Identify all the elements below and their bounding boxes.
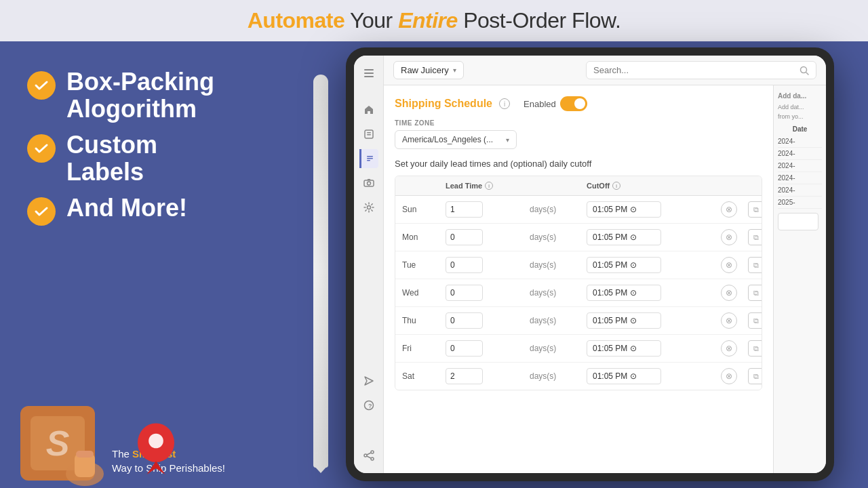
chevron-down-icon: ▾ bbox=[453, 66, 456, 74]
time-input[interactable]: 01:05 PM ⊙ bbox=[587, 257, 661, 273]
th-action1 bbox=[646, 182, 701, 190]
check-icon-3 bbox=[27, 197, 56, 226]
copy-icon[interactable]: ⧉ bbox=[748, 201, 762, 218]
time-input[interactable]: 01:05 PM ⊙ bbox=[587, 201, 661, 218]
sidebar-orders-icon[interactable] bbox=[359, 125, 378, 144]
table-row: Wed days(s) 01:05 PM ⊙ ⊗ ⧉ bbox=[395, 279, 762, 307]
time-value: 01:05 PM bbox=[593, 260, 627, 270]
th-lead-time: Lead Time i bbox=[446, 182, 527, 190]
search-bar[interactable] bbox=[586, 61, 816, 79]
check-icon-1 bbox=[27, 71, 56, 100]
svg-line-22 bbox=[367, 453, 371, 455]
copy-icon[interactable]: ⧉ bbox=[748, 285, 762, 301]
date-item: 2024- bbox=[778, 136, 822, 148]
feature-custom-labels: Custom Labels bbox=[27, 131, 298, 185]
day-label: Wed bbox=[402, 288, 443, 298]
clear-icon[interactable]: ⊗ bbox=[721, 368, 737, 384]
feature-text-3: And More! bbox=[66, 195, 187, 222]
lead-time-input[interactable] bbox=[446, 229, 483, 245]
cutoff-info-icon[interactable]: i bbox=[612, 182, 620, 190]
clock-icon[interactable]: ⊙ bbox=[630, 260, 637, 270]
title-info-icon[interactable]: i bbox=[499, 98, 510, 109]
lead-time-input[interactable] bbox=[446, 285, 483, 301]
th-day bbox=[402, 182, 443, 190]
sidebar-help-icon[interactable]: ? bbox=[359, 396, 378, 415]
tablet-screen: ? Raw Juicery ▾ bbox=[354, 56, 826, 473]
svg-point-16 bbox=[367, 206, 370, 209]
store-selector[interactable]: Raw Juicery ▾ bbox=[393, 61, 464, 79]
date-input[interactable] bbox=[778, 213, 818, 230]
sidebar-shipping-icon[interactable] bbox=[359, 149, 378, 168]
days-suffix: days(s) bbox=[530, 205, 584, 214]
time-input[interactable]: 01:05 PM ⊙ bbox=[587, 340, 661, 357]
feature-and-more: And More! bbox=[27, 195, 298, 226]
clear-icon[interactable]: ⊗ bbox=[721, 229, 737, 245]
svg-rect-9 bbox=[367, 132, 371, 134]
date-item: 2025- bbox=[778, 197, 822, 209]
svg-point-24 bbox=[801, 66, 807, 73]
clock-icon[interactable]: ⊙ bbox=[630, 316, 637, 325]
table-row: Sun days(s) 01:05 PM ⊙ ⊗ ⧉ bbox=[395, 196, 762, 224]
tablet-device: ? Raw Juicery ▾ bbox=[346, 47, 834, 481]
lead-time-input[interactable] bbox=[446, 201, 483, 218]
pencil-decoration bbox=[313, 55, 332, 487]
sidebar-send-icon[interactable] bbox=[359, 371, 378, 390]
date-item: 2024- bbox=[778, 184, 822, 197]
timezone-select[interactable]: America/Los_Angeles (... ▾ bbox=[395, 130, 517, 149]
sidebar-settings-icon[interactable] bbox=[359, 198, 378, 217]
time-input[interactable]: 01:05 PM ⊙ bbox=[587, 285, 661, 301]
date-item: 2024- bbox=[778, 160, 822, 172]
time-value: 01:05 PM bbox=[593, 288, 627, 298]
copy-icon[interactable]: ⧉ bbox=[748, 340, 762, 357]
day-label: Tue bbox=[402, 260, 443, 270]
lead-time-info-icon[interactable]: i bbox=[485, 182, 493, 190]
app-main: Raw Juicery ▾ Shipping bbox=[384, 56, 826, 473]
days-suffix: days(s) bbox=[530, 232, 584, 242]
copy-icon[interactable]: ⧉ bbox=[748, 312, 762, 329]
lead-time-input[interactable] bbox=[446, 340, 483, 357]
clear-icon[interactable]: ⊗ bbox=[721, 340, 737, 357]
clear-icon[interactable]: ⊗ bbox=[721, 201, 737, 218]
copy-icon[interactable]: ⧉ bbox=[748, 368, 762, 384]
clock-icon[interactable]: ⊙ bbox=[630, 344, 637, 353]
search-input[interactable] bbox=[593, 65, 800, 75]
svg-rect-13 bbox=[367, 160, 370, 161]
table-row: Tue days(s) 01:05 PM ⊙ ⊗ ⧉ bbox=[395, 251, 762, 279]
lead-time-input[interactable] bbox=[446, 257, 483, 273]
clear-icon[interactable]: ⊗ bbox=[721, 257, 737, 273]
svg-point-19 bbox=[371, 451, 374, 453]
sidebar-expand-icon[interactable] bbox=[359, 64, 378, 83]
sidebar-camera-icon[interactable] bbox=[359, 174, 378, 192]
days-suffix: days(s) bbox=[530, 344, 584, 353]
copy-icon[interactable]: ⧉ bbox=[748, 257, 762, 273]
clear-icon[interactable]: ⊗ bbox=[721, 312, 737, 329]
svg-rect-6 bbox=[364, 73, 374, 74]
clock-icon[interactable]: ⊙ bbox=[630, 371, 637, 381]
lead-time-input[interactable] bbox=[446, 312, 483, 329]
days-suffix: days(s) bbox=[530, 288, 584, 298]
clear-icon[interactable]: ⊗ bbox=[721, 285, 737, 301]
feature-text-2: Custom Labels bbox=[66, 131, 157, 185]
sidebar-home-icon[interactable] bbox=[359, 100, 378, 119]
th-action3 bbox=[730, 182, 755, 190]
check-icon-2 bbox=[27, 134, 56, 163]
time-input[interactable]: 01:05 PM ⊙ bbox=[587, 312, 661, 329]
clock-icon[interactable]: ⊙ bbox=[630, 232, 637, 242]
time-input[interactable]: 01:05 PM ⊙ bbox=[587, 229, 661, 245]
clock-icon[interactable]: ⊙ bbox=[630, 205, 637, 214]
clock-icon[interactable]: ⊙ bbox=[630, 288, 637, 298]
app-header: Raw Juicery ▾ bbox=[384, 56, 826, 85]
lead-time-input[interactable] bbox=[446, 368, 483, 384]
time-input[interactable]: 01:05 PM ⊙ bbox=[587, 368, 661, 384]
banner-entire: Entire bbox=[398, 8, 458, 33]
days-suffix: days(s) bbox=[530, 371, 584, 381]
date-col-header: Date bbox=[778, 125, 822, 133]
copy-icon[interactable]: ⧉ bbox=[748, 229, 762, 245]
dates-title: Add da... bbox=[778, 92, 822, 100]
svg-rect-10 bbox=[367, 134, 371, 136]
enabled-toggle[interactable] bbox=[560, 96, 587, 111]
sidebar-share-icon[interactable] bbox=[359, 446, 378, 465]
time-value: 01:05 PM bbox=[593, 371, 627, 381]
table-header: Lead Time i CutOff i bbox=[395, 176, 762, 196]
day-label: Fri bbox=[402, 344, 443, 353]
